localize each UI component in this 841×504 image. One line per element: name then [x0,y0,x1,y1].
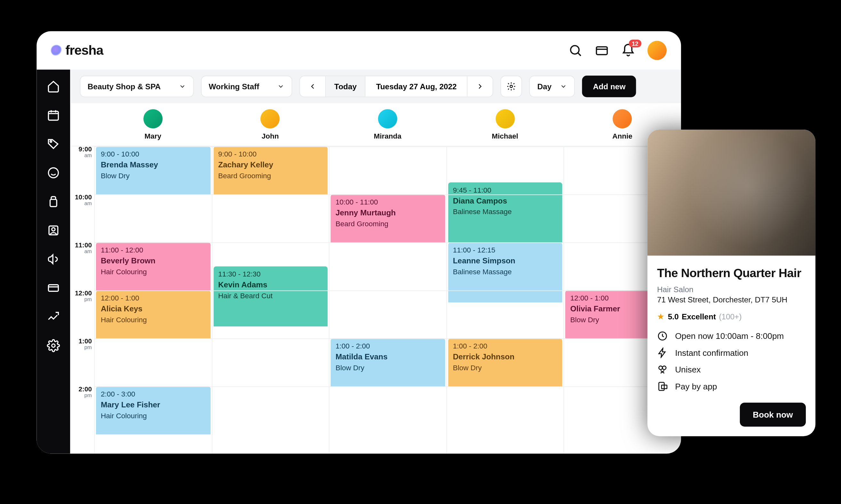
svg-rect-2 [596,47,607,54]
svg-point-11 [511,85,513,88]
next-day-button[interactable] [467,76,493,97]
listing-card: The Northern Quarter Hair Hair Salon 71 … [647,130,816,436]
appointment-client: Matilda Evans [335,352,440,362]
appointment-client: Zachary Kelley [218,160,323,170]
appointment[interactable]: 12:00 - 1:00Alicia KeysHair Colouring [96,291,210,339]
svg-point-0 [571,46,579,54]
lightning-icon [657,347,668,358]
appointment-client: Mary Lee Fisher [101,400,205,410]
svg-point-8 [52,228,55,231]
time-label: 9:00am [79,147,92,159]
staff-filter-dropdown[interactable]: Working Staff [201,75,292,97]
staff-filter-label: Working Staff [209,82,259,91]
appointment[interactable]: 1:00 - 2:00Matilda EvansBlow Dry [330,339,445,386]
add-new-button[interactable]: Add new [582,75,636,97]
nav-calendar-icon[interactable] [46,108,60,123]
svg-point-13 [659,366,662,370]
time-label: 12:00pm [75,289,92,302]
unisex-icon [657,364,668,375]
time-label: 1:00pm [79,337,92,350]
feature-text: Unisex [675,365,700,374]
logo-icon [51,45,62,56]
appointment[interactable]: 11:00 - 12:00Beverly BrownHair Colouring [96,242,210,291]
staff-name: Mary [144,132,161,140]
listing-title: The Northern Quarter Hair [657,267,806,280]
appointment-client: Derrick Johnson [453,352,557,362]
appointment[interactable]: 9:00 - 10:00Zachary KelleyBeard Grooming [213,147,328,195]
search-icon[interactable] [568,43,583,58]
appointment-client: Jenny Murtaugh [335,208,440,218]
date-navigator: Today Tuesday 27 Aug, 2022 [300,75,494,97]
svg-point-5 [48,168,58,178]
appointment[interactable]: 1:00 - 2:00Derrick JohnsonBlow Dry [448,339,562,386]
appointment-time: 11:00 - 12:15 [453,246,557,255]
feature-text: Pay by app [675,382,717,391]
appointment[interactable]: 9:45 - 11:00Diana CamposBalinese Massage [448,182,562,242]
notifications-badge: 12 [629,40,642,47]
today-button[interactable]: Today [326,76,365,97]
staff-avatar [613,109,632,128]
appointment-time: 9:00 - 10:00 [101,149,205,159]
user-avatar[interactable] [647,41,667,60]
appointment-service: Hair Colouring [101,315,205,324]
pay-by-app-icon [657,381,668,392]
listing-image [647,130,816,256]
calendar-settings-button[interactable] [501,75,523,97]
appointment-client: Diana Campos [453,196,557,206]
appointment[interactable]: 10:00 - 11:00Jenny MurtaughBeard Groomin… [330,195,445,242]
nav-settings-icon[interactable] [46,339,60,353]
nav-card-icon[interactable] [46,281,60,295]
nav-megaphone-icon[interactable] [46,252,60,267]
appointment-service: Hair Colouring [101,267,205,276]
location-dropdown[interactable]: Beauty Shop & SPA [80,75,194,97]
listing-category: Hair Salon [657,285,806,294]
wallet-icon[interactable] [595,43,609,58]
appointment[interactable]: 11:00 - 12:15Leanne SimpsonBalinese Mass… [448,242,562,303]
nav-tag-icon[interactable] [46,137,60,151]
time-label: 11:00am [75,241,92,254]
appointment-service: Balinese Massage [453,267,557,276]
book-now-button[interactable]: Book now [740,402,806,427]
feature-row: Open now 10:00am - 8:00pm [657,330,806,341]
appointment-time: 12:00 - 1:00 [101,293,205,303]
staff-column-header[interactable]: John [212,103,329,146]
staff-column-header[interactable]: Mary [94,103,212,146]
staff-avatar [378,109,397,128]
appointment-client: Beverly Brown [101,256,205,266]
nav-product-icon[interactable] [46,195,60,209]
star-icon: ★ [657,311,665,321]
prev-day-button[interactable] [300,76,326,97]
feature-text: Open now 10:00am - 8:00pm [675,331,784,341]
svg-line-1 [578,53,581,56]
nav-analytics-icon[interactable] [46,310,60,324]
view-dropdown[interactable]: Day [530,75,575,97]
staff-avatar [261,109,280,128]
location-label: Beauty Shop & SPA [88,82,161,91]
notifications-icon[interactable]: 12 [621,43,636,58]
svg-point-10 [52,344,55,347]
nav-smile-icon[interactable] [46,166,60,180]
current-date[interactable]: Tuesday 27 Aug, 2022 [366,76,468,97]
view-label: Day [537,82,552,91]
staff-name: Miranda [374,132,401,140]
appointment-time: 1:00 - 2:00 [453,341,557,351]
calendar-grid[interactable]: 9:00am10:00am11:00am12:00pm1:00pm2:00pm … [70,147,681,454]
staff-avatar [143,109,163,128]
appointment-service: Beard Grooming [218,171,323,180]
nav-user-icon[interactable] [46,223,60,238]
appointment[interactable]: 9:00 - 10:00Brenda MasseyBlow Dry [96,147,210,195]
appointment[interactable]: 2:00 - 3:00Mary Lee FisherHair Colouring [96,386,210,435]
appointment[interactable]: 11:30 - 12:30Kevin AdamsHair & Beard Cut [213,267,328,327]
staff-name: John [262,132,279,140]
toolbar: Beauty Shop & SPA Working Staff Today Tu… [70,70,681,103]
appointment-service: Beard Grooming [335,219,440,229]
appointment-service: Blow Dry [453,363,557,373]
logo-text: fresha [65,42,103,58]
staff-column-header[interactable]: Michael [446,103,564,146]
logo[interactable]: fresha [51,42,103,58]
listing-address: 71 West Street, Dorchester, DT7 5UH [657,295,806,304]
staff-column-header[interactable]: Miranda [329,103,446,146]
main-window: fresha 12 [36,31,681,454]
nav-home-icon[interactable] [46,79,60,94]
staff-avatar [495,109,515,128]
